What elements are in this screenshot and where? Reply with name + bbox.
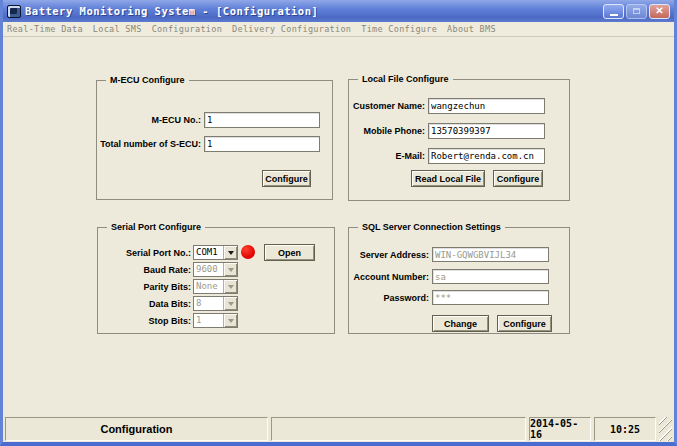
stop-bits-value: 1 [194,314,223,327]
window-controls: ✕ [603,4,670,19]
parity-bits-select: None [193,279,238,294]
window-title: Battery Monitoring System - [Configurati… [25,5,599,17]
sql-configure-button[interactable]: Configure [497,315,552,332]
group-sql-server-settings: SQL Server Connection Settings Server Ad… [348,227,570,334]
group-mecu-configure: M-ECU Configure M-ECU No.: Total number … [96,80,333,200]
server-address-label: Server Address: [351,250,429,260]
chevron-down-icon[interactable] [223,246,237,259]
total-secu-input[interactable] [204,136,320,152]
maximize-button[interactable] [626,4,647,19]
mecu-no-input[interactable] [204,112,320,128]
baud-rate-label: Baud Rate: [102,265,191,275]
read-local-file-button[interactable]: Read Local File [411,170,485,187]
menu-about-bms[interactable]: About BMS [447,24,496,34]
data-bits-label: Data Bits: [102,299,191,309]
serial-port-no-label: Serial Port No.: [102,248,191,258]
serial-port-select[interactable]: COM1 [193,245,238,260]
minimize-button[interactable] [603,4,624,19]
menu-bar: Real-Time Data Local SMS Configuration D… [3,22,674,37]
sql-change-button[interactable]: Change [432,315,489,332]
group-local-file-configure: Local File Configure Customer Name: Mobi… [348,79,570,201]
stop-bits-label: Stop Bits: [102,316,191,326]
status-date: 2014-05-16 [529,417,591,441]
parity-bits-value: None [194,280,223,293]
resize-grip[interactable] [659,417,672,441]
mobile-phone-input[interactable] [428,123,545,139]
email-label: E-Mail: [353,151,425,161]
status-time: 10:25 [594,417,656,441]
chevron-down-icon [223,297,237,310]
menu-time-configure[interactable]: Time Configure [361,24,437,34]
chevron-down-icon [223,263,237,276]
local-file-configure-button[interactable]: Configure [493,170,543,187]
mecu-configure-button[interactable]: Configure [262,170,311,187]
status-mode: Configuration [5,417,268,441]
serial-port-value: COM1 [194,246,223,259]
total-secu-label: Total number of S-ECU: [99,139,201,149]
open-port-button[interactable]: Open [264,244,315,261]
group-sql-title: SQL Server Connection Settings [358,222,505,232]
account-number-input [432,269,549,284]
menu-real-time-data[interactable]: Real-Time Data [7,24,83,34]
baud-rate-select: 9600 [193,262,238,277]
data-bits-value: 8 [194,297,223,310]
menu-configuration[interactable]: Configuration [152,24,222,34]
chevron-down-icon [223,314,237,327]
title-bar: Battery Monitoring System - [Configurati… [3,0,674,22]
app-icon [7,5,21,18]
password-label: Password: [351,293,429,303]
status-spacer [271,417,526,441]
status-bar: Configuration 2014-05-16 10:25 [3,416,674,442]
stop-bits-select: 1 [193,313,238,328]
account-number-label: Account Number: [351,272,429,282]
app-window: Battery Monitoring System - [Configurati… [0,0,677,446]
password-input [432,290,549,305]
group-mecu-title: M-ECU Configure [106,75,189,85]
mobile-phone-label: Mobile Phone: [353,126,425,136]
menu-local-sms[interactable]: Local SMS [93,24,142,34]
customer-name-label: Customer Name: [353,101,425,111]
chevron-down-icon [223,280,237,293]
group-serial-port-configure: Serial Port Configure Serial Port No.: C… [97,227,335,334]
close-button[interactable]: ✕ [649,4,670,19]
parity-bits-label: Parity Bits: [102,282,191,292]
server-address-input [432,247,549,262]
form-client-area: M-ECU Configure M-ECU No.: Total number … [3,37,674,416]
customer-name-input[interactable] [428,98,545,114]
menu-delivery-configuration[interactable]: Delivery Configuration [232,24,351,34]
mecu-no-label: M-ECU No.: [105,115,201,125]
baud-rate-value: 9600 [194,263,223,276]
group-local-file-title: Local File Configure [358,74,453,84]
email-input[interactable] [428,148,545,164]
port-status-indicator [241,245,255,259]
group-serial-title: Serial Port Configure [107,222,205,232]
data-bits-select: 8 [193,296,238,311]
